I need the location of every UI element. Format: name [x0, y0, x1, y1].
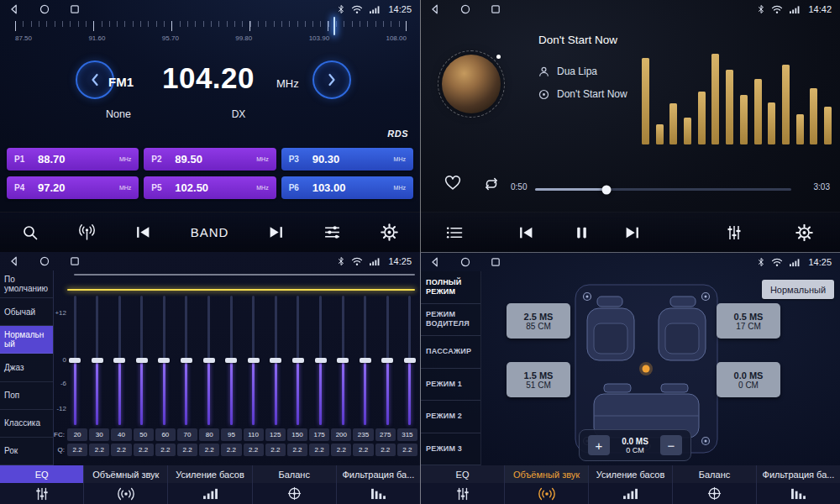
eq-band-slider[interactable]: [270, 296, 281, 425]
settings-button[interactable]: [795, 223, 813, 241]
repeat-button[interactable]: [483, 177, 500, 191]
eq-preset-pop[interactable]: Поп: [0, 382, 53, 410]
eq-preset-custom[interactable]: Обычай: [0, 298, 53, 326]
tab-balance[interactable]: Баланс: [673, 465, 757, 504]
back-button[interactable]: [429, 3, 441, 15]
eq-band-slider[interactable]: [381, 296, 393, 425]
radio-source-button[interactable]: [78, 223, 96, 241]
home-button[interactable]: [39, 3, 50, 15]
eq-sliders: [69, 296, 416, 425]
tab-bass-boost[interactable]: Усиление басов: [168, 465, 252, 504]
eq-band-slider[interactable]: [92, 296, 103, 425]
eq-slider-handle[interactable]: [381, 358, 393, 363]
tab-surround-sound[interactable]: Объёмный звук: [84, 465, 168, 504]
front-left-delay[interactable]: 2.5 MS 85 CM: [507, 303, 570, 339]
rear-left-delay[interactable]: 1.5 MS 51 CM: [507, 362, 570, 397]
scan-button[interactable]: [22, 224, 39, 241]
previous-station-button[interactable]: [135, 225, 151, 239]
eq-slider-handle[interactable]: [315, 358, 327, 363]
playlist-button[interactable]: [446, 226, 463, 239]
recents-button[interactable]: [69, 255, 81, 267]
tab-surround-sound[interactable]: Объёмный звук: [505, 465, 589, 504]
mode-1[interactable]: РЕЖИМ 1: [421, 369, 480, 402]
front-right-delay[interactable]: 0.5 MS 17 CM: [717, 303, 780, 339]
eq-band-slider[interactable]: [315, 296, 327, 425]
eq-band-slider[interactable]: [181, 296, 192, 425]
next-station-button[interactable]: [268, 225, 284, 239]
tab-eq[interactable]: EQ: [0, 465, 84, 504]
eq-preset-rock[interactable]: Рок: [0, 438, 53, 465]
eq-slider-handle[interactable]: [92, 358, 103, 363]
increase-delay-button[interactable]: +: [588, 435, 610, 455]
eq-band-slider[interactable]: [69, 296, 81, 425]
tab-bass-boost[interactable]: Усиление басов: [589, 465, 673, 504]
decrease-delay-button[interactable]: −: [660, 435, 682, 455]
eq-band-slider[interactable]: [360, 296, 371, 425]
recents-button[interactable]: [490, 256, 501, 268]
home-button[interactable]: [459, 256, 471, 268]
tab-balance[interactable]: Баланс: [253, 465, 337, 504]
eq-slider-handle[interactable]: [181, 358, 192, 363]
mode-driver[interactable]: РЕЖИМ ВОДИТЕЛЯ: [421, 304, 480, 337]
eq-band-slider[interactable]: [136, 296, 148, 425]
frequency-ruler[interactable]: 87.50 91.60 95.70 99.80 103.90 108.00: [15, 21, 407, 51]
band-button[interactable]: BAND: [191, 225, 229, 239]
eq-preset-classic[interactable]: Классика: [0, 410, 53, 438]
eq-preset-jazz[interactable]: Джаз: [0, 354, 53, 381]
eq-band-slider[interactable]: [404, 296, 416, 425]
mode-3[interactable]: РЕЖИМ 3: [421, 433, 480, 466]
eq-band-slider[interactable]: [248, 296, 260, 425]
favorite-button[interactable]: [444, 176, 461, 191]
progress-bar[interactable]: [535, 188, 791, 191]
eq-slider-handle[interactable]: [203, 358, 215, 363]
eq-slider-handle[interactable]: [158, 358, 170, 363]
radio-preset[interactable]: P2 89.50 MHz: [144, 148, 276, 171]
mode-2[interactable]: РЕЖИМ 2: [421, 401, 480, 433]
eq-band-slider[interactable]: [292, 296, 304, 425]
eq-band-slider[interactable]: [113, 296, 125, 425]
eq-band-slider[interactable]: [337, 296, 349, 425]
eq-slider-handle[interactable]: [225, 358, 237, 363]
eq-slider-handle[interactable]: [270, 358, 281, 363]
eq-slider-handle[interactable]: [337, 358, 349, 363]
tune-up-button[interactable]: [312, 60, 351, 99]
recents-button[interactable]: [69, 3, 81, 15]
eq-preset-normal[interactable]: Нормальный: [0, 326, 53, 354]
eq-preset-default[interactable]: По умолчанию: [0, 270, 53, 298]
eq-slider-handle[interactable]: [113, 358, 125, 363]
eq-band-slider[interactable]: [158, 296, 170, 425]
radio-preset[interactable]: P3 90.30 MHz: [281, 148, 413, 171]
audio-settings-button[interactable]: [323, 224, 341, 240]
radio-preset[interactable]: P1 88.70 MHz: [7, 148, 139, 171]
eq-slider-handle[interactable]: [292, 358, 304, 363]
next-track-button[interactable]: [624, 225, 640, 239]
mode-full[interactable]: ПОЛНЫЙ РЕЖИМ: [421, 271, 480, 304]
eq-slider-handle[interactable]: [404, 358, 416, 363]
home-button[interactable]: [459, 3, 471, 15]
tab-bass-filter[interactable]: Фильтрация ба...: [337, 465, 420, 504]
back-button[interactable]: [8, 255, 20, 267]
recents-button[interactable]: [490, 3, 501, 15]
home-button[interactable]: [39, 255, 50, 267]
back-button[interactable]: [8, 3, 20, 15]
profile-button[interactable]: Нормальный: [762, 280, 834, 299]
radio-preset[interactable]: P4 97.20 MHz: [7, 176, 139, 199]
tab-eq[interactable]: EQ: [421, 465, 505, 504]
eq-slider-handle[interactable]: [248, 358, 260, 363]
rear-right-delay[interactable]: 0.0 MS 0 CM: [717, 362, 780, 397]
eq-slider-handle[interactable]: [69, 358, 81, 363]
radio-preset[interactable]: P6 103.00 MHz: [281, 176, 413, 199]
tab-bass-filter[interactable]: Фильтрация ба...: [757, 465, 840, 504]
eq-band-slider[interactable]: [203, 296, 215, 425]
eq-slider-handle[interactable]: [136, 358, 148, 363]
audio-settings-button[interactable]: [727, 224, 742, 241]
pause-button[interactable]: [575, 225, 588, 239]
progress-knob[interactable]: [602, 185, 612, 194]
mode-passenger[interactable]: ПАССАЖИР: [421, 336, 480, 369]
eq-slider-handle[interactable]: [360, 358, 371, 363]
back-button[interactable]: [429, 256, 441, 268]
settings-button[interactable]: [381, 223, 398, 241]
radio-preset[interactable]: P5 102.50 MHz: [144, 176, 276, 199]
eq-band-slider[interactable]: [225, 296, 237, 425]
previous-track-button[interactable]: [518, 225, 534, 239]
